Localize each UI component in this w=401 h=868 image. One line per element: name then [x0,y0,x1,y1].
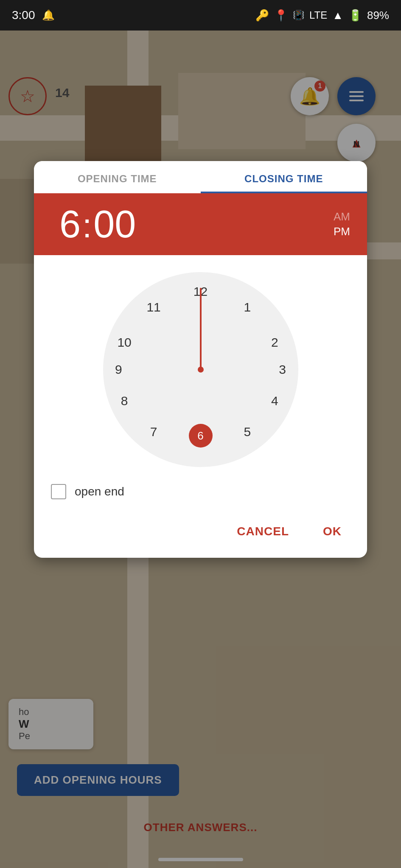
cancel-button[interactable]: CANCEL [228,520,297,542]
clock-num-7[interactable]: 7 [143,421,164,442]
clock-num-8[interactable]: 8 [114,390,135,412]
clock-center [198,367,204,373]
am-option[interactable]: AM [334,210,350,223]
clock-hand [200,288,202,370]
clock-num-9[interactable]: 9 [108,359,129,380]
status-bar: 3:00 🔔 🔑 📍 📳 LTE ▲ 🔋 89% [0,0,401,31]
open-end-checkbox[interactable] [51,484,66,499]
lte-label: LTE [309,9,327,21]
signal-icon: ▲ [332,9,343,22]
clock-num-3[interactable]: 3 [272,359,293,380]
notification-icon: 🔔 [42,9,55,21]
dialog-tabs: OPENING TIME CLOSING TIME [34,161,367,193]
clock-num-5[interactable]: 5 [237,421,258,442]
ampm-selector[interactable]: AM PM [334,210,350,238]
clock-num-10[interactable]: 10 [114,332,135,353]
open-end-row: open end [34,484,367,512]
battery-icon: 🔋 [348,9,362,22]
ok-button[interactable]: OK [314,520,350,542]
time-display-group: 6 : 00 [59,205,136,243]
location-icon: 📍 [274,9,288,22]
clock-face[interactable]: 12 1 2 3 4 5 6 7 8 9 10 11 [103,272,298,467]
status-left: 3:00 🔔 [12,8,55,22]
clock-num-11[interactable]: 11 [143,297,164,318]
tab-opening-time[interactable]: OPENING TIME [34,161,201,193]
time-hour[interactable]: 6 [59,205,81,243]
status-time: 3:00 [12,8,35,22]
time-minute[interactable]: 00 [93,205,136,243]
battery-pct: 89% [367,9,389,22]
time-header: 6 : 00 AM PM [34,193,367,255]
clock-num-2[interactable]: 2 [264,332,285,353]
status-right: 🔑 📍 📳 LTE ▲ 🔋 89% [255,9,389,22]
clock-num-6-selected[interactable]: 6 [189,424,213,448]
tab-closing-time[interactable]: CLOSING TIME [201,161,367,193]
time-colon: : [82,209,92,243]
open-end-label: open end [75,485,124,498]
dialog-buttons: CANCEL OK [34,512,367,558]
key-icon: 🔑 [255,9,269,22]
clock-num-1[interactable]: 1 [237,297,258,318]
vibrate-icon: 📳 [293,10,304,21]
clock-num-4[interactable]: 4 [264,390,285,412]
clock-container: 12 1 2 3 4 5 6 7 8 9 10 11 [34,255,367,484]
pm-option[interactable]: PM [334,225,350,238]
time-picker-dialog: OPENING TIME CLOSING TIME 6 : 00 AM PM 1… [34,161,367,558]
